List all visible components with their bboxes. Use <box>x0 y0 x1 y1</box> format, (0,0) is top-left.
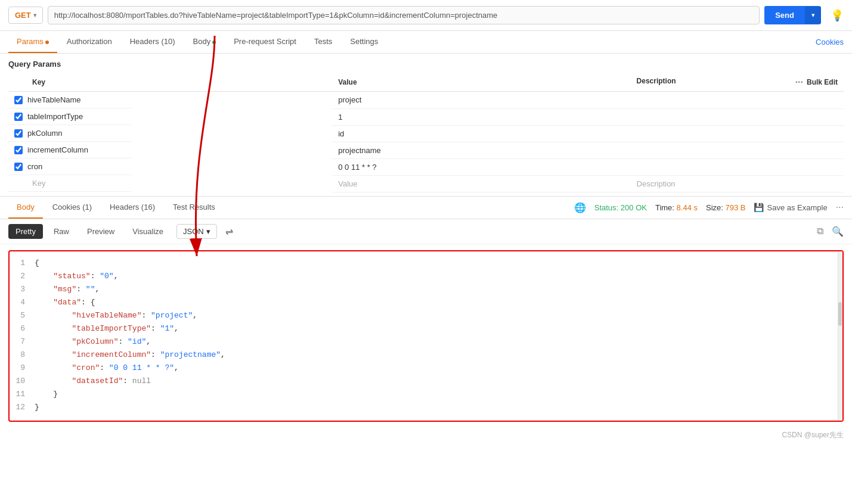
line-content: "cron": "0 0 11 * * ?", <box>35 362 179 375</box>
json-viewer: 1{2 "status": "0",3 "msg": "",4 "data": … <box>8 250 844 422</box>
line-number: 10 <box>16 375 35 388</box>
format-toolbar: Pretty Raw Preview Visualize JSON ▾ ⇌ ⧉ … <box>0 219 852 244</box>
json-line: 11 } <box>10 388 842 402</box>
table-row: incrementColumn projectname <box>8 142 844 158</box>
send-button[interactable]: Send <box>764 6 805 24</box>
line-number: 3 <box>16 284 35 296</box>
fmt-tab-preview[interactable]: Preview <box>80 224 122 239</box>
response-more-icon[interactable]: ··· <box>836 202 844 213</box>
method-label: GET <box>15 11 31 20</box>
more-options-icon[interactable]: ··· <box>795 77 803 88</box>
fmt-tab-pretty[interactable]: Pretty <box>8 224 43 239</box>
row-key-4: cron <box>27 162 42 171</box>
response-tabs: Body Cookies (1) Headers (16) Test Resul… <box>0 197 852 219</box>
line-number: 9 <box>16 362 35 375</box>
response-time: Time: 8.44 s <box>655 203 698 212</box>
line-number: 2 <box>16 270 35 283</box>
response-section: Body Cookies (1) Headers (16) Test Resul… <box>0 196 852 443</box>
tab-settings[interactable]: Settings <box>342 31 386 53</box>
placeholder-key: Key <box>32 179 45 188</box>
line-number: 4 <box>16 297 35 309</box>
watermark: CSDN @super先生 <box>0 428 852 443</box>
query-params-title: Query Params <box>8 60 844 69</box>
json-line: 9 "cron": "0 0 11 * * ?", <box>10 362 842 375</box>
line-number: 11 <box>16 388 35 401</box>
lightbulb-icon[interactable]: 💡 <box>831 9 844 22</box>
table-placeholder-row: Key Value Description <box>8 175 844 192</box>
json-line: 7 "pkColumn": "id", <box>10 336 842 349</box>
row-desc-2 <box>631 125 844 142</box>
json-line: 10 "datasetId": null <box>10 375 842 388</box>
row-desc-3 <box>631 142 844 158</box>
json-line: 6 "tableImportType": "1", <box>10 323 842 336</box>
table-row: cron 0 0 11 * * ? <box>8 158 844 175</box>
row-key-1: tableImportType <box>27 112 83 121</box>
row-key-3: incrementColumn <box>27 145 88 154</box>
send-dropdown-button[interactable]: ▾ <box>805 7 821 24</box>
response-tab-cookies[interactable]: Cookies (1) <box>44 197 100 219</box>
fmt-tab-raw[interactable]: Raw <box>47 224 76 239</box>
line-number: 1 <box>16 257 35 270</box>
row-checkbox-2[interactable] <box>14 129 23 138</box>
col-key: Key <box>8 73 332 92</box>
main-tabs: Params Authorization Headers (10) Body P… <box>0 31 852 54</box>
response-size: Size: 793 B <box>706 203 746 212</box>
bulk-edit-label[interactable]: Bulk Edit <box>807 78 838 86</box>
response-tab-body[interactable]: Body <box>8 197 43 219</box>
line-content: "incrementColumn": "projectname", <box>35 349 225 362</box>
row-checkbox-0[interactable] <box>14 96 23 104</box>
row-value-4: 0 0 11 * * ? <box>332 158 630 175</box>
tab-authorization[interactable]: Authorization <box>58 31 120 53</box>
line-number: 5 <box>16 310 35 322</box>
tab-tests[interactable]: Tests <box>306 31 340 53</box>
line-content: } <box>35 402 39 414</box>
line-content: } <box>35 388 58 401</box>
tab-headers[interactable]: Headers (10) <box>122 31 184 53</box>
fmt-tab-visualize[interactable]: Visualize <box>125 224 171 239</box>
copy-icon[interactable]: ⧉ <box>817 226 823 237</box>
table-row: hiveTableName project <box>8 92 844 109</box>
json-line: 2 "status": "0", <box>10 270 842 284</box>
line-number: 7 <box>16 336 35 349</box>
line-content: "status": "0", <box>35 270 118 283</box>
response-tab-headers[interactable]: Headers (16) <box>101 197 163 219</box>
method-select[interactable]: GET ▾ <box>8 7 43 24</box>
line-content: "pkColumn": "id", <box>35 336 151 349</box>
json-line: 4 "data": { <box>10 297 842 310</box>
row-checkbox-3[interactable] <box>14 146 23 154</box>
row-value-1: 1 <box>332 108 630 125</box>
row-checkbox-4[interactable] <box>14 163 23 171</box>
json-line: 5 "hiveTableName": "project", <box>10 310 842 323</box>
tab-params[interactable]: Params <box>8 31 57 53</box>
line-content: { <box>35 257 39 270</box>
search-icon[interactable]: 🔍 <box>832 226 844 237</box>
tab-pre-request[interactable]: Pre-request Script <box>225 31 305 53</box>
row-checkbox-1[interactable] <box>14 113 23 121</box>
save-icon: 💾 <box>754 203 764 212</box>
table-row: pkColumn id <box>8 125 844 142</box>
json-viewer-container: 1{2 "status": "0",3 "msg": "",4 "data": … <box>0 250 852 422</box>
row-desc-1 <box>631 108 844 125</box>
row-key-0: hiveTableName <box>27 95 81 104</box>
response-tab-test-results[interactable]: Test Results <box>165 197 224 219</box>
line-number: 8 <box>16 349 35 362</box>
line-content: "msg": "", <box>35 284 100 296</box>
format-type-label: JSON <box>183 227 204 236</box>
params-table: Key Value Description ··· Bulk Edit hive… <box>8 73 844 192</box>
save-example-button[interactable]: 💾 Save as Example <box>754 203 827 212</box>
chevron-down-icon: ▾ <box>33 12 36 18</box>
url-input[interactable] <box>48 6 760 24</box>
send-button-group: Send ▾ <box>764 6 821 24</box>
response-meta: 🌐 Status: 200 OK Time: 8.44 s Size: 793 … <box>574 202 844 213</box>
placeholder-description: Description <box>637 179 676 188</box>
json-line: 8 "incrementColumn": "projectname", <box>10 349 842 362</box>
params-dot <box>45 41 49 44</box>
url-bar: GET ▾ Send ▾ 💡 <box>0 0 852 31</box>
row-desc-0 <box>631 92 844 109</box>
format-type-select[interactable]: JSON ▾ <box>176 224 217 239</box>
line-content: "tableImportType": "1", <box>35 323 179 335</box>
filter-icon[interactable]: ⇌ <box>225 226 233 237</box>
cookies-link[interactable]: Cookies <box>816 32 844 52</box>
tab-body[interactable]: Body <box>185 31 225 53</box>
line-content: "data": { <box>35 297 95 309</box>
